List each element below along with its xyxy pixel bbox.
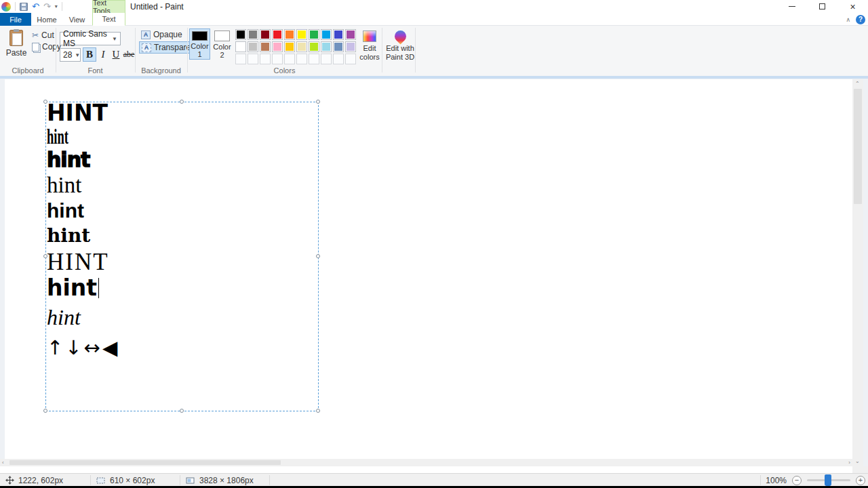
save-icon[interactable] bbox=[20, 3, 28, 11]
zoom-slider-handle[interactable] bbox=[825, 474, 831, 486]
palette-swatch-empty[interactable] bbox=[248, 54, 258, 64]
font-size-select[interactable]: 28 ▼ bbox=[60, 48, 81, 62]
image-size-indicator: 3828 × 1806px bbox=[180, 474, 269, 487]
chevron-down-icon: ▼ bbox=[112, 36, 117, 42]
close-button[interactable]: × bbox=[837, 0, 868, 13]
palette-swatch-empty[interactable] bbox=[296, 54, 307, 64]
canvas-text-line: hint bbox=[47, 226, 90, 245]
ribbon-controls: ∧ ? bbox=[846, 13, 865, 26]
selection-handle[interactable] bbox=[316, 409, 320, 413]
palette-swatch[interactable] bbox=[321, 41, 332, 52]
palette-swatch[interactable] bbox=[284, 29, 295, 40]
tab-text[interactable]: Text bbox=[92, 13, 125, 26]
copy-button[interactable]: Copy bbox=[30, 41, 63, 52]
scroll-left-icon[interactable]: ‹ bbox=[2, 460, 4, 466]
vertical-scroll-thumb[interactable] bbox=[854, 89, 862, 204]
palette-swatch-empty[interactable] bbox=[235, 54, 246, 64]
font-family-select[interactable]: Comic Sans MS ▼ bbox=[60, 32, 121, 45]
palette-swatch-empty[interactable] bbox=[345, 54, 356, 64]
zoom-in-button[interactable]: + bbox=[856, 476, 865, 485]
cut-button[interactable]: ✂ Cut bbox=[30, 30, 56, 41]
canvas-text-line: hint bbox=[47, 150, 90, 170]
image-size-value: 3828 × 1806px bbox=[199, 476, 254, 485]
quick-access-toolbar: ↶ ↷ ▾ bbox=[1, 0, 62, 13]
collapse-ribbon-icon[interactable]: ∧ bbox=[846, 16, 850, 23]
divider bbox=[269, 475, 270, 485]
selection-handle[interactable] bbox=[43, 409, 47, 413]
selection-handle[interactable] bbox=[316, 254, 320, 258]
divider bbox=[760, 475, 761, 485]
bold-button[interactable]: B bbox=[83, 47, 96, 62]
opaque-button[interactable]: A Opaque bbox=[139, 29, 184, 40]
canvas-text-line: HINT bbox=[47, 102, 108, 124]
paint3d-icon bbox=[392, 28, 408, 44]
title-bar: ↶ ↷ ▾ Text Tools Untitled - Paint × bbox=[0, 0, 868, 13]
scrollbar-corner bbox=[852, 466, 868, 473]
font-family-value: Comic Sans MS bbox=[63, 29, 109, 48]
redo-icon[interactable]: ↷ bbox=[43, 2, 51, 11]
opaque-icon: A bbox=[141, 30, 151, 39]
palette-swatch-empty[interactable] bbox=[272, 54, 283, 64]
palette-swatch[interactable] bbox=[260, 29, 271, 40]
horizontal-scroll-thumb[interactable] bbox=[9, 460, 281, 465]
palette-swatch-empty[interactable] bbox=[321, 54, 332, 64]
minimize-button[interactable] bbox=[776, 0, 807, 13]
tab-file[interactable]: File bbox=[0, 13, 31, 26]
tab-home[interactable]: Home bbox=[31, 13, 62, 26]
palette-swatch[interactable] bbox=[235, 29, 246, 40]
palette-swatch[interactable] bbox=[272, 29, 283, 40]
underline-button[interactable]: U bbox=[109, 47, 123, 62]
help-icon[interactable]: ? bbox=[856, 15, 865, 24]
palette-swatch[interactable] bbox=[309, 29, 319, 40]
palette-swatch[interactable] bbox=[284, 41, 295, 52]
maximize-button[interactable] bbox=[807, 0, 837, 13]
palette-swatch-empty[interactable] bbox=[284, 54, 295, 64]
palette-swatch-empty[interactable] bbox=[260, 54, 271, 64]
palette-swatch[interactable] bbox=[296, 29, 307, 40]
paste-button[interactable]: Paste bbox=[4, 28, 28, 58]
palette-swatch[interactable] bbox=[321, 29, 332, 40]
palette-swatch[interactable] bbox=[345, 29, 356, 40]
palette-swatch[interactable] bbox=[333, 41, 344, 52]
color1-button[interactable]: Color 1 bbox=[189, 28, 210, 60]
undo-icon[interactable]: ↶ bbox=[32, 2, 39, 11]
palette-swatch[interactable] bbox=[248, 41, 258, 52]
edit-colors-button[interactable]: Edit colors bbox=[358, 28, 381, 61]
scroll-right-icon[interactable]: › bbox=[848, 460, 850, 466]
palette-swatch-empty[interactable] bbox=[333, 54, 344, 64]
cursor-position-value: 1222, 602px bbox=[18, 476, 63, 485]
selection-handle[interactable] bbox=[180, 100, 184, 104]
palette-swatch[interactable] bbox=[272, 41, 283, 52]
selection-handle[interactable] bbox=[316, 100, 320, 104]
window-title: Untitled - Paint bbox=[130, 0, 184, 13]
scroll-down-icon[interactable]: ⌄ bbox=[855, 459, 860, 464]
ribbon: Paste ✂ Cut Copy Clipboard Comic Sans MS… bbox=[0, 26, 868, 76]
tab-view[interactable]: View bbox=[62, 13, 92, 26]
palette-swatch[interactable] bbox=[333, 29, 344, 40]
palette-swatch[interactable] bbox=[296, 41, 307, 52]
palette-swatch[interactable] bbox=[248, 29, 258, 40]
palette-swatch-empty[interactable] bbox=[309, 54, 319, 64]
edit-with-paint3d-button[interactable]: Edit with Paint 3D bbox=[385, 28, 415, 61]
palette-swatch[interactable] bbox=[345, 41, 356, 52]
zoom-slider[interactable] bbox=[807, 479, 850, 481]
palette-swatch[interactable] bbox=[260, 41, 271, 52]
customize-toolbar-icon[interactable]: ▾ bbox=[55, 3, 58, 9]
italic-button[interactable]: I bbox=[96, 47, 110, 62]
color2-button[interactable]: Color 2 bbox=[212, 28, 233, 60]
cursor-position-icon bbox=[5, 476, 14, 485]
scroll-up-icon[interactable]: ⌃ bbox=[855, 81, 860, 87]
canvas-text-line: hint bbox=[47, 126, 68, 147]
selection-handle[interactable] bbox=[180, 409, 184, 413]
strikethrough-button[interactable]: abe bbox=[121, 47, 136, 62]
vertical-scrollbar[interactable]: ⌃ ⌄ bbox=[852, 79, 863, 466]
status-bar: 1222, 602px 610 × 602px 3828 × 1806px 10… bbox=[0, 473, 868, 486]
divider bbox=[62, 2, 62, 11]
opaque-label: Opaque bbox=[153, 30, 182, 39]
close-icon: × bbox=[850, 2, 855, 12]
horizontal-scrollbar[interactable]: ‹ › bbox=[0, 459, 852, 466]
palette-swatch[interactable] bbox=[309, 41, 319, 52]
edit-colors-label: Edit colors bbox=[358, 44, 381, 61]
zoom-out-button[interactable]: − bbox=[792, 476, 802, 485]
palette-swatch[interactable] bbox=[235, 41, 246, 52]
